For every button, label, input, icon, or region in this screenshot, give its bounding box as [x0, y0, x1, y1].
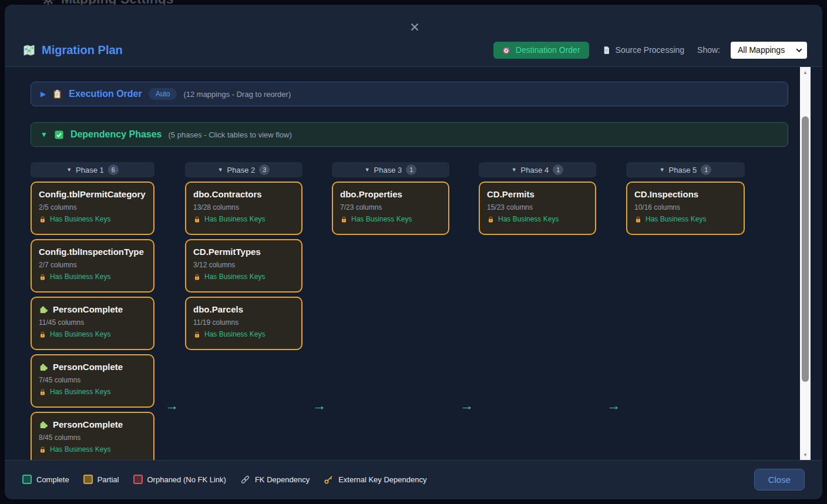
table-card[interactable]: PersonComplete 7/45 columns Has Business…: [31, 354, 154, 408]
legend-item: Complete: [22, 475, 69, 484]
legend-label: Partial: [98, 475, 119, 484]
table-card-title: PersonComplete: [39, 362, 146, 372]
lock-icon: [39, 273, 46, 281]
phase-flow-arrow: →: [607, 398, 620, 414]
table-card-columns: 2/7 columns: [39, 261, 146, 269]
table-card[interactable]: CD.Inspections 10/16 columns Has Busines…: [626, 182, 745, 235]
phase-header[interactable]: ▼ Phase 3 1: [332, 162, 449, 177]
legend-item: Partial: [83, 475, 119, 484]
dependency-phases-title: Dependency Phases: [70, 129, 162, 140]
table-card-columns: 15/23 columns: [487, 203, 588, 211]
scrollbar-thumb[interactable]: [802, 116, 809, 382]
table-card-columns: 7/23 columns: [340, 203, 441, 211]
table-card-business-keys: Has Business Keys: [39, 273, 146, 281]
lock-icon: [39, 331, 46, 338]
table-card[interactable]: CD.PermitTypes 3/12 columns Has Business…: [185, 239, 302, 293]
toolbar: Destination Order Source Processing Show…: [493, 42, 807, 59]
table-card-business-keys: Has Business Keys: [487, 215, 588, 223]
puzzle-icon: [39, 362, 48, 372]
puzzle-icon: [39, 420, 48, 429]
phase-collapse-icon: ▼: [365, 167, 370, 173]
destination-order-label: Destination Order: [516, 45, 580, 55]
table-card-title: CD.Inspections: [634, 189, 737, 199]
table-card-title: CD.PermitTypes: [193, 247, 294, 257]
show-mappings-select[interactable]: All Mappings: [731, 42, 807, 59]
table-card-business-keys: Has Business Keys: [634, 215, 737, 223]
phase-label: Phase 2: [227, 166, 256, 174]
phase-collapse-icon: ▼: [660, 167, 665, 173]
phase-header[interactable]: ▼ Phase 5 1: [626, 162, 745, 177]
orphaned-swatch: [133, 475, 143, 484]
map-icon: [22, 43, 36, 57]
table-card[interactable]: Config.tblInspectionType 2/7 columns Has…: [31, 239, 154, 293]
execution-order-hint: (12 mappings - Drag to reorder): [183, 90, 291, 99]
table-card-business-keys: Has Business Keys: [39, 445, 146, 453]
table-card[interactable]: PersonComplete 8/45 columns Has Business…: [31, 412, 154, 461]
table-card-title: dbo.Parcels: [193, 304, 294, 314]
table-card[interactable]: Config.tblPermitCategory 2/5 columns Has…: [31, 182, 154, 235]
table-card-business-keys: Has Business Keys: [193, 215, 294, 223]
modal-header: Migration Plan Destination Order Source …: [22, 40, 807, 60]
execution-order-section[interactable]: ▶ Execution Order Auto (12 mappings - Dr…: [31, 82, 788, 106]
table-card-title: dbo.Contractors: [193, 189, 294, 199]
phase-label: Phase 1: [76, 166, 104, 174]
phase-column-2: ▼ Phase 2 3 dbo.Contractors 13/28 column…: [185, 162, 302, 350]
table-card-columns: 13/28 columns: [193, 203, 294, 211]
phase-header[interactable]: ▼ Phase 4 1: [479, 162, 596, 177]
vertical-scrollbar[interactable]: ▲ ▼: [800, 67, 811, 460]
dependency-phases-section[interactable]: ▼ Dependency Phases (5 phases - Click ta…: [31, 122, 788, 147]
expand-down-icon[interactable]: ▼: [41, 130, 48, 139]
legend-label: FK Dependency: [255, 475, 310, 484]
close-button[interactable]: Close: [754, 469, 805, 490]
lock-icon: [193, 331, 201, 338]
lock-icon: [340, 216, 348, 223]
legend-item: FK Dependency: [240, 475, 310, 485]
phase-collapse-icon: ▼: [512, 167, 517, 173]
checkbox-icon: [54, 130, 64, 140]
lock-icon: [193, 216, 201, 223]
phase-count-badge: 1: [701, 164, 711, 175]
table-card-business-keys: Has Business Keys: [39, 330, 146, 338]
close-icon[interactable]: [408, 21, 421, 33]
legend-label: Orphaned (No FK Link): [147, 475, 226, 484]
table-card[interactable]: CD.Permits 15/23 columns Has Business Ke…: [479, 182, 596, 235]
table-card-title: CD.Permits: [487, 189, 588, 199]
table-card-business-keys: Has Business Keys: [193, 330, 294, 338]
table-card-business-keys: Has Business Keys: [193, 273, 294, 281]
phase-column-4: ▼ Phase 4 1 CD.Permits 15/23 columns Has…: [479, 162, 596, 235]
puzzle-icon: [39, 305, 48, 314]
table-card[interactable]: dbo.Parcels 11/19 columns Has Business K…: [185, 297, 302, 350]
table-card-title: Config.tblPermitCategory: [39, 189, 146, 199]
clipboard-icon: [52, 89, 62, 99]
table-card[interactable]: PersonComplete 11/45 columns Has Busines…: [31, 297, 154, 350]
legend-label: External Key Dependency: [338, 475, 426, 484]
phase-flow-arrow: →: [460, 398, 473, 414]
legend-item: Orphaned (No FK Link): [133, 475, 226, 484]
table-card-title: Config.tblInspectionType: [39, 247, 146, 257]
lock-icon: [39, 216, 46, 223]
scrollbar-up-arrow[interactable]: ▲: [800, 68, 811, 76]
dependency-phases-hint: (5 phases - Click tables to view flow): [169, 130, 292, 139]
expand-right-icon[interactable]: ▶: [41, 90, 46, 98]
destination-order-button[interactable]: Destination Order: [493, 42, 589, 59]
execution-order-title: Execution Order: [69, 89, 142, 99]
table-card-title: PersonComplete: [39, 304, 146, 314]
lock-icon: [39, 446, 46, 453]
phase-count-badge: 1: [406, 164, 416, 175]
page-title-text: Migration Plan: [42, 43, 123, 57]
modal-footer: CompletePartialOrphaned (No FK Link)FK D…: [5, 459, 822, 499]
phase-collapse-icon: ▼: [66, 167, 72, 173]
table-card[interactable]: dbo.Properties 7/23 columns Has Business…: [332, 182, 449, 235]
phase-label: Phase 3: [374, 166, 402, 174]
phase-label: Phase 4: [521, 166, 549, 174]
phase-label: Phase 5: [669, 166, 697, 174]
phase-flow-arrow: →: [312, 398, 326, 414]
scrollbar-down-arrow[interactable]: ▼: [800, 451, 811, 459]
phase-header[interactable]: ▼ Phase 2 3: [185, 162, 302, 177]
phase-header[interactable]: ▼ Phase 1 6: [31, 162, 154, 177]
table-card-business-keys: Has Business Keys: [39, 388, 146, 396]
source-processing-button[interactable]: Source Processing: [600, 42, 687, 58]
table-card[interactable]: dbo.Contractors 13/28 columns Has Busine…: [185, 182, 302, 235]
table-card-columns: 8/45 columns: [39, 434, 146, 442]
phase-column-3: ▼ Phase 3 1 dbo.Properties 7/23 columns …: [332, 162, 449, 235]
